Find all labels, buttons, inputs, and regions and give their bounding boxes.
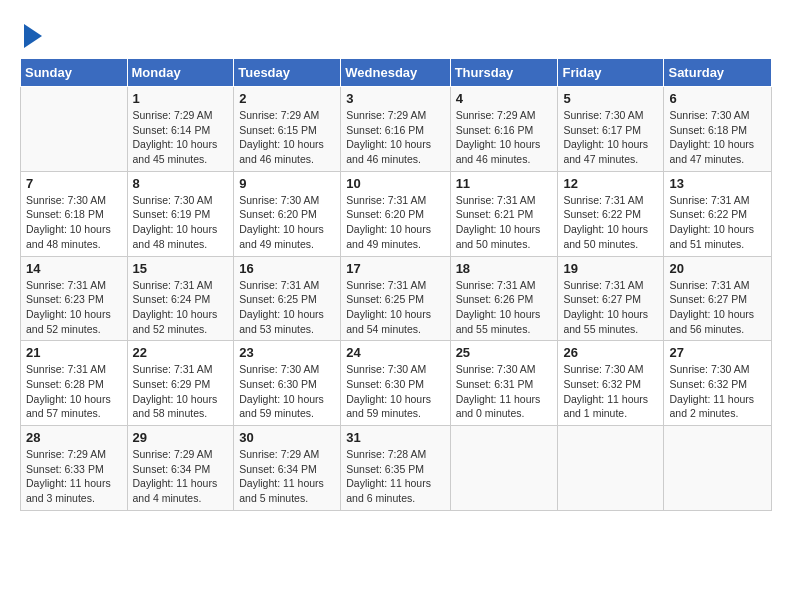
- day-number: 31: [346, 430, 444, 445]
- calendar-cell: 27Sunrise: 7:30 AM Sunset: 6:32 PM Dayli…: [664, 341, 772, 426]
- day-info: Sunrise: 7:30 AM Sunset: 6:30 PM Dayligh…: [239, 362, 335, 421]
- calendar-cell: 8Sunrise: 7:30 AM Sunset: 6:19 PM Daylig…: [127, 171, 234, 256]
- header-monday: Monday: [127, 59, 234, 87]
- day-number: 13: [669, 176, 766, 191]
- day-number: 4: [456, 91, 553, 106]
- calendar-cell: 10Sunrise: 7:31 AM Sunset: 6:20 PM Dayli…: [341, 171, 450, 256]
- calendar-cell: 28Sunrise: 7:29 AM Sunset: 6:33 PM Dayli…: [21, 426, 128, 511]
- day-number: 10: [346, 176, 444, 191]
- day-info: Sunrise: 7:31 AM Sunset: 6:27 PM Dayligh…: [563, 278, 658, 337]
- day-number: 1: [133, 91, 229, 106]
- day-number: 8: [133, 176, 229, 191]
- day-info: Sunrise: 7:31 AM Sunset: 6:27 PM Dayligh…: [669, 278, 766, 337]
- logo: [20, 20, 42, 48]
- day-number: 19: [563, 261, 658, 276]
- day-number: 14: [26, 261, 122, 276]
- calendar-cell: 2Sunrise: 7:29 AM Sunset: 6:15 PM Daylig…: [234, 87, 341, 172]
- calendar-cell: 7Sunrise: 7:30 AM Sunset: 6:18 PM Daylig…: [21, 171, 128, 256]
- calendar-cell: 13Sunrise: 7:31 AM Sunset: 6:22 PM Dayli…: [664, 171, 772, 256]
- day-info: Sunrise: 7:31 AM Sunset: 6:25 PM Dayligh…: [239, 278, 335, 337]
- day-number: 15: [133, 261, 229, 276]
- day-number: 22: [133, 345, 229, 360]
- day-number: 9: [239, 176, 335, 191]
- day-number: 5: [563, 91, 658, 106]
- calendar-cell: 4Sunrise: 7:29 AM Sunset: 6:16 PM Daylig…: [450, 87, 558, 172]
- calendar-cell: 3Sunrise: 7:29 AM Sunset: 6:16 PM Daylig…: [341, 87, 450, 172]
- day-info: Sunrise: 7:31 AM Sunset: 6:21 PM Dayligh…: [456, 193, 553, 252]
- day-info: Sunrise: 7:31 AM Sunset: 6:22 PM Dayligh…: [669, 193, 766, 252]
- calendar-cell: 31Sunrise: 7:28 AM Sunset: 6:35 PM Dayli…: [341, 426, 450, 511]
- day-number: 11: [456, 176, 553, 191]
- day-number: 18: [456, 261, 553, 276]
- day-info: Sunrise: 7:31 AM Sunset: 6:25 PM Dayligh…: [346, 278, 444, 337]
- header-friday: Friday: [558, 59, 664, 87]
- calendar-cell: 9Sunrise: 7:30 AM Sunset: 6:20 PM Daylig…: [234, 171, 341, 256]
- header-sunday: Sunday: [21, 59, 128, 87]
- day-number: 16: [239, 261, 335, 276]
- day-info: Sunrise: 7:31 AM Sunset: 6:26 PM Dayligh…: [456, 278, 553, 337]
- day-number: 23: [239, 345, 335, 360]
- day-number: 26: [563, 345, 658, 360]
- day-info: Sunrise: 7:30 AM Sunset: 6:18 PM Dayligh…: [26, 193, 122, 252]
- calendar-cell: 1Sunrise: 7:29 AM Sunset: 6:14 PM Daylig…: [127, 87, 234, 172]
- day-info: Sunrise: 7:29 AM Sunset: 6:14 PM Dayligh…: [133, 108, 229, 167]
- day-info: Sunrise: 7:29 AM Sunset: 6:34 PM Dayligh…: [133, 447, 229, 506]
- calendar-cell: 26Sunrise: 7:30 AM Sunset: 6:32 PM Dayli…: [558, 341, 664, 426]
- day-info: Sunrise: 7:30 AM Sunset: 6:18 PM Dayligh…: [669, 108, 766, 167]
- calendar-cell: 5Sunrise: 7:30 AM Sunset: 6:17 PM Daylig…: [558, 87, 664, 172]
- calendar-week-row: 28Sunrise: 7:29 AM Sunset: 6:33 PM Dayli…: [21, 426, 772, 511]
- day-number: 21: [26, 345, 122, 360]
- calendar-week-row: 21Sunrise: 7:31 AM Sunset: 6:28 PM Dayli…: [21, 341, 772, 426]
- calendar-week-row: 7Sunrise: 7:30 AM Sunset: 6:18 PM Daylig…: [21, 171, 772, 256]
- calendar-cell: 20Sunrise: 7:31 AM Sunset: 6:27 PM Dayli…: [664, 256, 772, 341]
- day-info: Sunrise: 7:31 AM Sunset: 6:23 PM Dayligh…: [26, 278, 122, 337]
- header-thursday: Thursday: [450, 59, 558, 87]
- calendar-cell: 11Sunrise: 7:31 AM Sunset: 6:21 PM Dayli…: [450, 171, 558, 256]
- day-number: 27: [669, 345, 766, 360]
- calendar-cell: 24Sunrise: 7:30 AM Sunset: 6:30 PM Dayli…: [341, 341, 450, 426]
- calendar-cell: 12Sunrise: 7:31 AM Sunset: 6:22 PM Dayli…: [558, 171, 664, 256]
- calendar-cell: [21, 87, 128, 172]
- calendar-header-row: SundayMondayTuesdayWednesdayThursdayFrid…: [21, 59, 772, 87]
- calendar-cell: 18Sunrise: 7:31 AM Sunset: 6:26 PM Dayli…: [450, 256, 558, 341]
- calendar-week-row: 14Sunrise: 7:31 AM Sunset: 6:23 PM Dayli…: [21, 256, 772, 341]
- calendar-cell: 15Sunrise: 7:31 AM Sunset: 6:24 PM Dayli…: [127, 256, 234, 341]
- day-number: 3: [346, 91, 444, 106]
- day-info: Sunrise: 7:29 AM Sunset: 6:34 PM Dayligh…: [239, 447, 335, 506]
- calendar-cell: [664, 426, 772, 511]
- day-number: 6: [669, 91, 766, 106]
- day-number: 24: [346, 345, 444, 360]
- day-info: Sunrise: 7:30 AM Sunset: 6:19 PM Dayligh…: [133, 193, 229, 252]
- calendar-cell: 23Sunrise: 7:30 AM Sunset: 6:30 PM Dayli…: [234, 341, 341, 426]
- calendar-cell: 16Sunrise: 7:31 AM Sunset: 6:25 PM Dayli…: [234, 256, 341, 341]
- calendar-cell: [450, 426, 558, 511]
- day-info: Sunrise: 7:31 AM Sunset: 6:20 PM Dayligh…: [346, 193, 444, 252]
- day-number: 2: [239, 91, 335, 106]
- calendar-cell: 21Sunrise: 7:31 AM Sunset: 6:28 PM Dayli…: [21, 341, 128, 426]
- day-info: Sunrise: 7:30 AM Sunset: 6:17 PM Dayligh…: [563, 108, 658, 167]
- day-info: Sunrise: 7:30 AM Sunset: 6:30 PM Dayligh…: [346, 362, 444, 421]
- calendar-cell: 30Sunrise: 7:29 AM Sunset: 6:34 PM Dayli…: [234, 426, 341, 511]
- header-wednesday: Wednesday: [341, 59, 450, 87]
- day-number: 17: [346, 261, 444, 276]
- day-info: Sunrise: 7:31 AM Sunset: 6:28 PM Dayligh…: [26, 362, 122, 421]
- day-info: Sunrise: 7:30 AM Sunset: 6:31 PM Dayligh…: [456, 362, 553, 421]
- day-info: Sunrise: 7:29 AM Sunset: 6:33 PM Dayligh…: [26, 447, 122, 506]
- page-header: [20, 20, 772, 48]
- day-info: Sunrise: 7:29 AM Sunset: 6:15 PM Dayligh…: [239, 108, 335, 167]
- day-number: 12: [563, 176, 658, 191]
- calendar-cell: 14Sunrise: 7:31 AM Sunset: 6:23 PM Dayli…: [21, 256, 128, 341]
- day-number: 25: [456, 345, 553, 360]
- day-info: Sunrise: 7:30 AM Sunset: 6:32 PM Dayligh…: [669, 362, 766, 421]
- day-number: 7: [26, 176, 122, 191]
- calendar-cell: 25Sunrise: 7:30 AM Sunset: 6:31 PM Dayli…: [450, 341, 558, 426]
- day-info: Sunrise: 7:31 AM Sunset: 6:24 PM Dayligh…: [133, 278, 229, 337]
- calendar-cell: 6Sunrise: 7:30 AM Sunset: 6:18 PM Daylig…: [664, 87, 772, 172]
- day-number: 28: [26, 430, 122, 445]
- calendar-cell: 19Sunrise: 7:31 AM Sunset: 6:27 PM Dayli…: [558, 256, 664, 341]
- calendar-cell: 29Sunrise: 7:29 AM Sunset: 6:34 PM Dayli…: [127, 426, 234, 511]
- day-info: Sunrise: 7:29 AM Sunset: 6:16 PM Dayligh…: [456, 108, 553, 167]
- calendar-cell: [558, 426, 664, 511]
- day-info: Sunrise: 7:29 AM Sunset: 6:16 PM Dayligh…: [346, 108, 444, 167]
- day-info: Sunrise: 7:30 AM Sunset: 6:20 PM Dayligh…: [239, 193, 335, 252]
